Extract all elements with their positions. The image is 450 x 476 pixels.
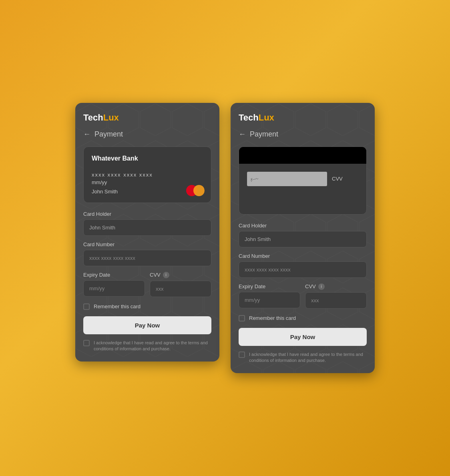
terms-row-2: I acknowledge that I have read and agree… (239, 351, 367, 364)
card-number-input[interactable] (83, 250, 211, 266)
cvv-field-group-2: CVV i (305, 283, 367, 309)
terms-text: I acknowledge that I have read and agree… (94, 340, 211, 352)
expiry-cvv-row-2: Expiry Date CVV i (239, 283, 367, 309)
remember-checkbox[interactable] (83, 303, 90, 310)
expiry-field-group: Expiry Date (83, 272, 145, 297)
panels-container: TechLux ← Payment Whatever Bank xxxx xxx… (75, 103, 375, 374)
card-holder-input-2[interactable] (239, 231, 367, 247)
panel-back: TechLux ← Payment ᶊ∽~ CVV Card Holder Ca… (231, 103, 375, 374)
remember-row: Remember this card (83, 303, 211, 310)
logo-lux-2: Lux (259, 112, 274, 123)
mc-orange-circle (193, 185, 205, 196)
terms-checkbox-2[interactable] (239, 351, 245, 358)
mastercard-logo (186, 185, 205, 196)
card-visual-front: Whatever Bank xxxx xxxx xxxx xxxx mm/yy … (83, 147, 211, 203)
card-visual-back: ᶊ∽~ CVV (239, 147, 367, 215)
cvv-back-label: CVV (332, 176, 343, 182)
card-number-input-2[interactable] (239, 261, 367, 278)
expiry-input-2[interactable] (239, 292, 300, 308)
signature-area: ᶊ∽~ CVV (239, 172, 366, 193)
terms-text-2: I acknowledge that I have read and agree… (249, 351, 367, 364)
magnetic-stripe (239, 147, 366, 164)
page-header: ← Payment (83, 130, 211, 139)
page-header-2: ← Payment (239, 130, 367, 139)
remember-checkbox-2[interactable] (239, 315, 245, 321)
logo-lux: Lux (103, 112, 119, 123)
card-expiry-display: mm/yy (92, 179, 203, 185)
cvv-input-2[interactable] (305, 292, 367, 309)
card-number-label: Card Number (83, 241, 211, 247)
cvv-field-group: CVV i (150, 272, 211, 297)
panel-front: TechLux ← Payment Whatever Bank xxxx xxx… (75, 103, 219, 362)
cvv-info-icon-2[interactable]: i (318, 283, 325, 290)
pay-now-button-2[interactable]: Pay Now (239, 328, 367, 346)
back-arrow-icon-2[interactable]: ← (239, 130, 246, 139)
signature-text: ᶊ∽~ (250, 176, 258, 182)
back-arrow-icon[interactable]: ← (83, 130, 90, 139)
terms-row: I acknowledge that I have read and agree… (83, 340, 211, 352)
pay-now-button[interactable]: Pay Now (83, 316, 211, 334)
logo-tech-2: Tech (239, 112, 259, 123)
cvv-info-icon[interactable]: i (163, 272, 169, 278)
cvv-input[interactable] (150, 281, 211, 297)
card-holder-label-2: Card Holder (239, 223, 367, 229)
expiry-field-group-2: Expiry Date (239, 283, 300, 309)
page-title: Payment (94, 130, 123, 139)
cvv-label: CVV i (150, 272, 211, 278)
logo: TechLux (83, 112, 211, 123)
cvv-label-2: CVV i (305, 283, 367, 290)
expiry-cvv-row: Expiry Date CVV i (83, 272, 211, 297)
remember-label: Remember this card (94, 303, 141, 309)
card-number-display: xxxx xxxx xxxx xxxx (92, 172, 203, 178)
expiry-input[interactable] (83, 280, 145, 297)
signature-strip: ᶊ∽~ (247, 172, 327, 186)
expiry-label-2: Expiry Date (239, 283, 300, 289)
expiry-label: Expiry Date (83, 272, 145, 278)
terms-checkbox[interactable] (83, 340, 90, 346)
card-bank-name: Whatever Bank (92, 155, 203, 162)
card-holder-label: Card Holder (83, 211, 211, 217)
card-number-label-2: Card Number (239, 253, 367, 259)
remember-label-2: Remember this card (249, 315, 296, 321)
page-title-2: Payment (250, 130, 278, 139)
remember-row-2: Remember this card (239, 315, 367, 321)
logo-tech: Tech (83, 112, 103, 123)
logo-2: TechLux (239, 112, 367, 123)
card-holder-input[interactable] (83, 219, 211, 236)
